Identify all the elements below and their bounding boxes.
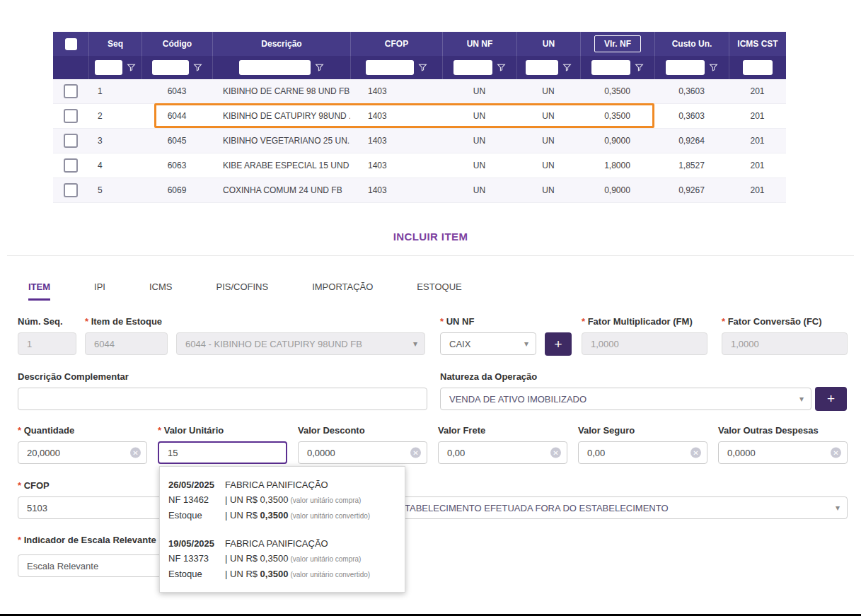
- history-conv-note: (valor unitário convertido): [290, 512, 370, 520]
- clear-icon[interactable]: [130, 448, 141, 458]
- row-checkbox[interactable]: [64, 84, 78, 98]
- filter-funnel-icon[interactable]: [635, 63, 644, 72]
- filter-input-codigo[interactable]: [152, 60, 188, 75]
- natureza-operacao-label: Natureza da Operação: [440, 371, 537, 382]
- history-conv-value: 0,3500: [260, 510, 289, 521]
- tab-icms[interactable]: ICMS: [149, 281, 173, 301]
- filter-input-un[interactable]: [526, 60, 558, 75]
- col-header-cfop[interactable]: CFOP: [350, 32, 442, 56]
- filter-funnel-icon[interactable]: [315, 63, 324, 72]
- row-checkbox[interactable]: [64, 109, 78, 123]
- filter-funnel-icon[interactable]: [497, 63, 506, 72]
- cell-vlrnf: 1,8000: [580, 153, 654, 178]
- cell-custo: 0,3603: [654, 104, 729, 128]
- filter-funnel-icon[interactable]: [418, 63, 427, 72]
- tab-ipi[interactable]: IPI: [94, 281, 105, 301]
- quantidade-value: 20,0000: [27, 448, 60, 458]
- col-header-custo[interactable]: Custo Un.: [654, 32, 729, 56]
- filter-input-seq[interactable]: [95, 60, 122, 75]
- filter-input-descricao[interactable]: [239, 60, 311, 75]
- valor-frete-value: 0,00: [447, 448, 465, 458]
- filter-funnel-icon[interactable]: [562, 63, 572, 72]
- cell-un: UN: [516, 153, 580, 178]
- cell-un: UN: [516, 178, 580, 202]
- valor-outras-input[interactable]: 0,0000: [718, 441, 848, 464]
- select-all-checkbox[interactable]: [65, 38, 77, 50]
- natureza-operacao-select[interactable]: VENDA DE ATIVO IMOBILIZADO: [440, 388, 811, 410]
- table-row-selected[interactable]: 2 6044 KIBINHO DE CATUPIRY 98UND ... 140…: [53, 104, 786, 129]
- cell-unnf: UN: [442, 79, 516, 103]
- tab-pis-cofins[interactable]: PIS/COFINS: [216, 281, 268, 301]
- cell-unnf: UN: [442, 153, 516, 178]
- cell-un: UN: [516, 104, 580, 128]
- history-estoque-label: Estoque: [168, 566, 225, 582]
- valor-desconto-value: 0,0000: [307, 448, 335, 458]
- item-estoque-select: 6044 - KIBINHO DE CATUPIRY 98UND FB: [176, 332, 425, 355]
- table-row[interactable]: 4 6063 KIBE ARABE ESPECIAL 15 UND FB 140…: [53, 153, 786, 178]
- num-seq-label: Núm. Seq.: [18, 316, 63, 327]
- tab-bar: ITEM IPI ICMS PIS/COFINS IMPORTAÇÃO ESTO…: [28, 281, 462, 301]
- clear-icon[interactable]: [550, 448, 561, 458]
- col-header-un[interactable]: UN: [516, 32, 580, 56]
- cell-descricao: KIBINHO DE CATUPIRY 98UND ...: [212, 104, 350, 128]
- valor-frete-input[interactable]: 0,00: [438, 441, 567, 464]
- table-row[interactable]: 5 6069 COXINHA COMUM 24 UND FB 1403 UN U…: [53, 178, 786, 203]
- valor-seguro-input[interactable]: 0,00: [578, 441, 707, 464]
- col-header-vlrnf[interactable]: Vlr. NF: [580, 32, 654, 56]
- history-entry[interactable]: 19/05/2025 FABRICA PANIFICAÇÃO NF 13373 …: [160, 535, 405, 583]
- history-estoque-label: Estoque: [168, 508, 225, 523]
- valor-desconto-input[interactable]: 0,0000: [298, 441, 427, 464]
- cell-codigo: 6063: [141, 153, 212, 178]
- filter-funnel-icon[interactable]: [709, 63, 718, 72]
- filter-funnel-icon[interactable]: [127, 63, 136, 72]
- filter-input-cfop[interactable]: [366, 60, 413, 75]
- col-header-codigo[interactable]: Código: [141, 32, 212, 56]
- num-seq-input: 1: [18, 332, 76, 355]
- filter-input-vlrnf[interactable]: [591, 60, 630, 75]
- cell-codigo: 6043: [141, 79, 212, 103]
- un-nf-select[interactable]: CAIX: [440, 332, 536, 355]
- page: Seq Código Descrição CFOP UN NF UN Vlr. …: [0, 0, 861, 616]
- table-row[interactable]: 3 6045 KIBINHO VEGETARIANO 25 UN... 1403…: [53, 129, 786, 153]
- add-natureza-button[interactable]: +: [815, 387, 847, 411]
- tab-item[interactable]: ITEM: [28, 281, 50, 301]
- filter-funnel-icon[interactable]: [193, 63, 202, 72]
- quantidade-label: Quantidade: [18, 425, 74, 436]
- table-row[interactable]: 1 6043 KIBINHO DE CARNE 98 UND FB 1403 U…: [53, 79, 786, 104]
- row-checkbox[interactable]: [64, 134, 78, 148]
- row-checkbox[interactable]: [64, 183, 78, 197]
- cell-seq: 1: [88, 79, 141, 103]
- select-all-cell: [53, 32, 88, 56]
- cell-descricao: KIBINHO VEGETARIANO 25 UN...: [212, 129, 350, 153]
- items-table: Seq Código Descrição CFOP UN NF UN Vlr. …: [53, 32, 786, 203]
- indicador-escala-label: Indicador de Escala Relevante: [18, 535, 156, 545]
- valor-unitario-input[interactable]: 15: [158, 441, 287, 464]
- selected-column-box: Vlr. NF: [594, 35, 641, 52]
- add-un-nf-button[interactable]: +: [545, 332, 572, 356]
- descricao-complementar-input[interactable]: [18, 388, 427, 410]
- col-header-icmscst[interactable]: ICMS CST: [729, 32, 786, 56]
- fator-multiplicador-label: Fator Multiplicador (FM): [582, 316, 693, 327]
- col-header-descricao[interactable]: Descrição: [212, 32, 350, 56]
- clear-icon[interactable]: [410, 448, 421, 458]
- filter-input-custo[interactable]: [666, 60, 704, 75]
- tab-estoque[interactable]: ESTOQUE: [417, 281, 461, 301]
- history-nf: NF 13373: [168, 551, 225, 566]
- col-header-unnf[interactable]: UN NF: [442, 32, 516, 56]
- clear-icon[interactable]: [831, 448, 841, 458]
- clear-icon[interactable]: [690, 448, 701, 458]
- cell-un: UN: [516, 129, 580, 153]
- quantidade-input[interactable]: 20,0000: [18, 441, 147, 464]
- history-conv-prefix: | UN R$: [225, 569, 260, 579]
- section-divider: [7, 255, 854, 256]
- cell-seq: 2: [88, 104, 141, 128]
- history-entry[interactable]: 26/05/2025 FABRICA PANIFICAÇÃO NF 13462 …: [160, 476, 405, 525]
- tab-importacao[interactable]: IMPORTAÇÃO: [312, 281, 373, 301]
- cell-icmscst: 201: [729, 178, 786, 202]
- history-compra-value: | UN R$ 0,3500: [225, 553, 288, 564]
- filter-input-unnf[interactable]: [453, 60, 492, 75]
- col-header-seq[interactable]: Seq: [88, 32, 141, 56]
- row-checkbox[interactable]: [64, 158, 78, 173]
- filter-input-icmscst[interactable]: [743, 60, 773, 75]
- cell-cfop: 1403: [350, 79, 442, 103]
